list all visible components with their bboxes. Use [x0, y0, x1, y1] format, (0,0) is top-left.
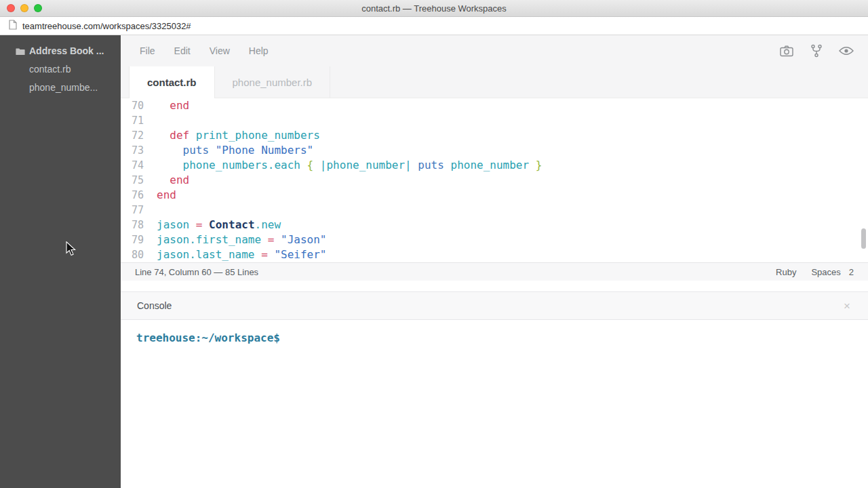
console-panel: Console × treehouse:~/workspace$: [121, 291, 868, 488]
line-number: 71: [121, 113, 144, 128]
main-content: FileEditViewHelp: [121, 35, 868, 488]
page-icon: [9, 20, 17, 33]
code-line-71[interactable]: 71: [121, 113, 868, 128]
line-number: 73: [121, 143, 144, 158]
code-editor[interactable]: 70 end7172 def print_phone_numbers73 put…: [121, 98, 868, 262]
code-line-80[interactable]: 80jason.last_name = "Seifer": [121, 247, 868, 262]
menu-file[interactable]: File: [140, 45, 155, 56]
code-text: phone_numbers.each { |phone_number| puts…: [144, 158, 542, 173]
sidebar-project-folder[interactable]: Address Book ...: [0, 42, 121, 60]
menu-help[interactable]: Help: [249, 45, 269, 56]
camera-icon[interactable]: [778, 43, 795, 59]
url-bar[interactable]: teamtreehouse.com/workspaces/3325032#: [0, 17, 868, 35]
minimize-window-button[interactable]: [20, 4, 28, 12]
sidebar-items: Address Book ...contact.rbphone_numbe...: [0, 42, 121, 97]
code-line-73[interactable]: 73 puts "Phone Numbers": [121, 143, 868, 158]
traffic-lights: [7, 4, 42, 12]
sidebar-file-phone-numbe[interactable]: phone_numbe...: [0, 79, 121, 97]
menu-edit[interactable]: Edit: [174, 45, 191, 56]
tab-bar: contact.rbphone_number.rb: [121, 66, 868, 98]
close-window-button[interactable]: [7, 4, 15, 12]
console-header: Console ×: [121, 291, 868, 320]
console-close-icon[interactable]: ×: [844, 300, 850, 312]
file-sidebar: Address Book ...contact.rbphone_numbe...: [0, 35, 121, 488]
line-number: 80: [121, 247, 144, 262]
sidebar-file-contact-rb[interactable]: contact.rb: [0, 60, 121, 79]
editor-status-bar: Line 74, Column 60 — 85 Lines Ruby Space…: [121, 262, 868, 281]
cursor-position-text: Line 74, Column 60 — 85 Lines: [135, 267, 258, 277]
console-tab-label[interactable]: Console: [137, 300, 172, 311]
code-text: [144, 203, 157, 218]
menu-bar: FileEditViewHelp: [121, 35, 868, 66]
indent-label: Spaces: [811, 267, 840, 277]
line-number: 70: [121, 98, 144, 113]
code-text: end: [144, 188, 176, 203]
zoom-window-button[interactable]: [34, 4, 42, 12]
titlebar: contact.rb — Treehouse Workspaces: [0, 0, 868, 17]
code-text: def print_phone_numbers: [144, 128, 320, 143]
code-line-75[interactable]: 75 end: [121, 173, 868, 188]
indent-indicator[interactable]: Spaces 2: [811, 267, 854, 277]
menu-items: FileEditViewHelp: [140, 45, 288, 56]
language-indicator[interactable]: Ruby: [776, 267, 796, 277]
code-line-70[interactable]: 70 end: [121, 98, 868, 113]
fork-icon[interactable]: [808, 43, 825, 59]
code-line-74[interactable]: 74 phone_numbers.each { |phone_number| p…: [121, 158, 868, 173]
code-line-77[interactable]: 77: [121, 203, 868, 218]
code-text: jason = Contact.new: [144, 218, 281, 232]
code-text: end: [144, 173, 189, 188]
editor-scrollbar[interactable]: [861, 228, 866, 249]
code-line-76[interactable]: 76end: [121, 188, 868, 203]
tab-contact-rb[interactable]: contact.rb: [129, 66, 215, 98]
workspace-app: Address Book ...contact.rbphone_numbe...…: [0, 35, 868, 488]
code-text: jason.last_name = "Seifer": [144, 247, 326, 262]
url-text: teamtreehouse.com/workspaces/3325032#: [22, 21, 191, 31]
tab-phone-number-rb[interactable]: phone_number.rb: [215, 66, 331, 98]
line-number: 79: [121, 232, 144, 247]
code-text: end: [144, 98, 189, 113]
status-right: Ruby Spaces 2: [776, 267, 854, 277]
code-text: jason.first_name = "Jason": [144, 232, 326, 247]
eye-icon[interactable]: [838, 43, 854, 59]
console-body[interactable]: treehouse:~/workspace$: [121, 320, 868, 488]
line-number: 78: [121, 218, 144, 232]
sidebar-item-label: contact.rb: [29, 64, 71, 75]
window-title: contact.rb — Treehouse Workspaces: [361, 3, 507, 14]
toolbar-icons: [778, 43, 854, 59]
code-line-72[interactable]: 72 def print_phone_numbers: [121, 128, 868, 143]
browser-window: contact.rb — Treehouse Workspaces teamtr…: [0, 0, 868, 488]
line-number: 77: [121, 203, 144, 218]
indent-size: 2: [849, 267, 854, 277]
code-text: [144, 113, 157, 128]
line-number: 72: [121, 128, 144, 143]
sidebar-item-label: Address Book ...: [29, 45, 104, 56]
terminal-prompt: treehouse:~/workspace$: [136, 331, 280, 344]
sidebar-item-label: phone_numbe...: [29, 82, 98, 93]
code-line-79[interactable]: 79jason.first_name = "Jason": [121, 232, 868, 247]
line-number: 76: [121, 188, 144, 203]
line-number: 75: [121, 173, 144, 188]
line-number: 74: [121, 158, 144, 173]
code-text: puts "Phone Numbers": [144, 143, 313, 158]
menu-view[interactable]: View: [210, 45, 230, 56]
code-lines: 70 end7172 def print_phone_numbers73 put…: [121, 98, 868, 262]
code-line-78[interactable]: 78jason = Contact.new: [121, 218, 868, 232]
folder-icon: [16, 47, 25, 56]
